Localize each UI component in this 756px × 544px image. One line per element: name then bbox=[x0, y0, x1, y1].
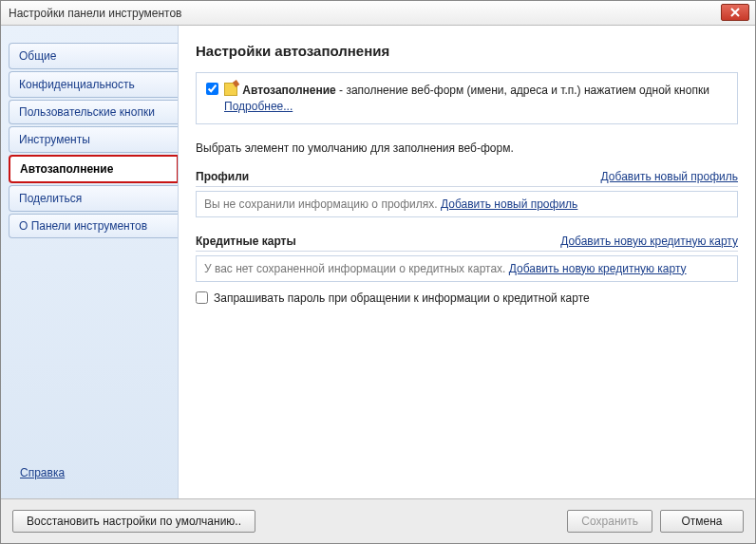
window-title: Настройки панели инструментов bbox=[9, 7, 181, 20]
cards-header: Кредитные карты Добавить новую кредитную… bbox=[196, 234, 738, 252]
body-area: Общие Конфиденциальность Пользовательски… bbox=[1, 26, 755, 498]
profiles-empty-row: Вы не сохранили информацию о профилях. Д… bbox=[196, 191, 738, 217]
add-card-link[interactable]: Добавить новую кредитную карту bbox=[560, 234, 738, 248]
save-button[interactable]: Сохранить bbox=[567, 510, 652, 533]
restore-defaults-button[interactable]: Восстановить настройки по умолчанию.. bbox=[12, 510, 255, 533]
tab-tools[interactable]: Инструменты bbox=[9, 126, 178, 153]
titlebar: Настройки панели инструментов bbox=[1, 1, 755, 26]
tab-custom-buttons[interactable]: Пользовательские кнопки bbox=[9, 100, 178, 124]
profiles-header: Профили Добавить новый профиль bbox=[196, 170, 738, 187]
close-button[interactable] bbox=[721, 4, 749, 21]
cards-empty-link[interactable]: Добавить новую кредитную карту bbox=[509, 262, 687, 275]
sidebar: Общие Конфиденциальность Пользовательски… bbox=[1, 26, 178, 498]
cards-empty-row: У вас нет сохраненной информации о креди… bbox=[196, 255, 738, 282]
page-title: Настройки автозаполнения bbox=[196, 43, 738, 59]
cards-title: Кредитные карты bbox=[196, 234, 296, 248]
pw-prompt-label: Запрашивать пароль при обращении к инфор… bbox=[214, 291, 590, 305]
tab-general[interactable]: Общие bbox=[9, 43, 178, 69]
profiles-empty-link[interactable]: Добавить новый профиль bbox=[441, 197, 577, 211]
help-link[interactable]: Справка bbox=[9, 466, 178, 498]
footer-bar: Восстановить настройки по умолчанию.. Со… bbox=[1, 498, 755, 543]
autofill-checkbox[interactable] bbox=[206, 83, 218, 95]
cards-empty-text: У вас нет сохраненной информации о креди… bbox=[204, 262, 509, 275]
tab-about[interactable]: О Панели инструментов bbox=[9, 214, 178, 238]
autofill-option-box: Автозаполнение - заполнение веб-форм (им… bbox=[196, 72, 738, 124]
close-icon bbox=[730, 8, 740, 17]
content-pane: Настройки автозаполнения Автозаполнение … bbox=[178, 26, 755, 498]
profiles-empty-text: Вы не сохранили информацию о профилях. bbox=[204, 197, 441, 211]
autofill-text: - заполнение веб-форм (имени, адреса и т… bbox=[336, 84, 709, 97]
autofill-more-link[interactable]: Подробнее... bbox=[224, 100, 293, 113]
tab-privacy[interactable]: Конфиденциальность bbox=[9, 71, 178, 98]
pw-prompt-row: Запрашивать пароль при обращении к инфор… bbox=[196, 291, 738, 305]
default-element-desc: Выбрать элемент по умолчанию для заполне… bbox=[196, 141, 738, 155]
profiles-title: Профили bbox=[196, 170, 249, 183]
tab-share[interactable]: Поделиться bbox=[9, 185, 178, 212]
add-profile-link[interactable]: Добавить новый профиль bbox=[601, 170, 738, 183]
pw-prompt-checkbox[interactable] bbox=[196, 291, 208, 304]
autofill-desc: Автозаполнение - заполнение веб-форм (им… bbox=[224, 81, 728, 116]
cancel-button[interactable]: Отмена bbox=[660, 510, 744, 533]
autofill-name: Автозаполнение bbox=[242, 84, 335, 97]
tab-autofill[interactable]: Автозаполнение bbox=[9, 155, 179, 183]
pencil-icon bbox=[224, 83, 237, 96]
